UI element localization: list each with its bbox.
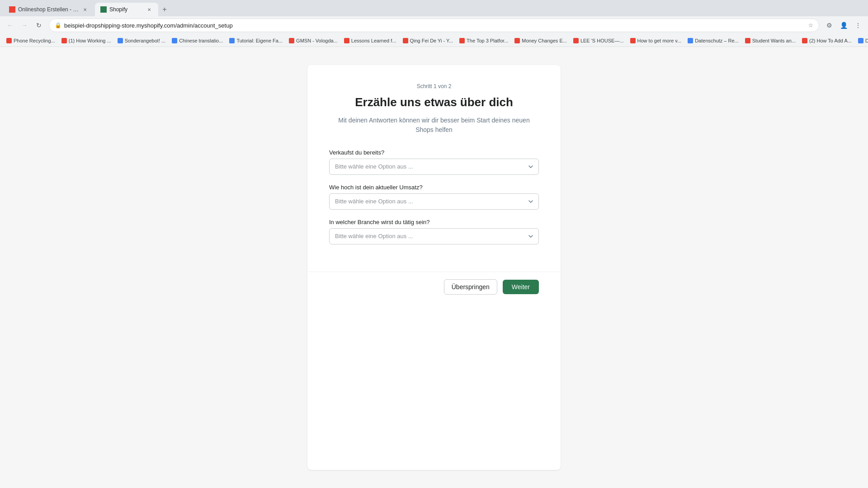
bookmark-favicon bbox=[61, 38, 67, 43]
label-selling: Verkaufst du bereits? bbox=[329, 149, 539, 156]
next-button[interactable]: Weiter bbox=[503, 280, 539, 294]
bookmark-favicon bbox=[802, 38, 807, 43]
form-group-selling: Verkaufst du bereits? Bitte wähle eine O… bbox=[329, 149, 539, 175]
bookmark-favicon bbox=[745, 38, 750, 43]
url-text: beispiel-dropshipping-store.myshopify.co… bbox=[64, 22, 806, 29]
new-tab-button[interactable]: + bbox=[159, 4, 170, 15]
bookmark-favicon bbox=[289, 38, 294, 43]
bookmark-item[interactable]: Datenschutz – Re... bbox=[685, 37, 741, 44]
extensions-button[interactable]: ⚙ bbox=[823, 19, 835, 32]
bookmark-favicon bbox=[229, 38, 235, 43]
bookmark-favicon bbox=[858, 38, 863, 43]
card-main: Schritt 1 von 2 Erzähle uns etwas über d… bbox=[307, 65, 561, 272]
bookmark-item[interactable]: Lessons Learned f... bbox=[341, 37, 399, 44]
bookmark-label: Sonderangebot! ... bbox=[125, 38, 166, 43]
account-button[interactable]: 👤 bbox=[837, 19, 850, 32]
bookmark-item[interactable]: How to get more v... bbox=[627, 37, 684, 44]
bookmark-item[interactable]: GMSN - Vologda... bbox=[286, 37, 340, 44]
bookmark-favicon bbox=[573, 38, 579, 43]
card-title: Erzähle uns etwas über dich bbox=[329, 95, 539, 110]
bookmark-favicon bbox=[6, 38, 12, 43]
bookmark-label: How to get more v... bbox=[637, 38, 682, 43]
bookmarks-bar: Phone Recycling...(1) How Working ...Son… bbox=[0, 34, 868, 47]
bookmark-label: The Top 3 Platfor... bbox=[467, 38, 508, 43]
bookmark-favicon bbox=[688, 38, 693, 43]
forward-button[interactable]: → bbox=[18, 19, 31, 32]
browser-icons: ⚙ 👤 ⋮ bbox=[823, 19, 864, 32]
bookmark-item[interactable]: Download - Cook... bbox=[855, 37, 868, 44]
tab-close-1[interactable]: ✕ bbox=[81, 6, 89, 13]
label-revenue: Wie hoch ist dein aktueller Umsatz? bbox=[329, 184, 539, 191]
bookmark-label: Money Changes E... bbox=[522, 38, 567, 43]
reload-button[interactable]: ↻ bbox=[33, 19, 45, 32]
card-footer: Überspringen Weiter bbox=[307, 272, 561, 302]
bookmark-label: Student Wants an... bbox=[752, 38, 796, 43]
bookmark-item[interactable]: (1) How Working ... bbox=[59, 37, 114, 44]
bookmark-label: Chinese translatio... bbox=[179, 38, 223, 43]
bookmark-label: (1) How Working ... bbox=[69, 38, 111, 43]
bookmark-item[interactable]: Phone Recycling... bbox=[4, 37, 58, 44]
bookmark-label: Tutorial: Eigene Fa... bbox=[236, 38, 283, 43]
bookmark-label: GMSN - Vologda... bbox=[296, 38, 338, 43]
form-group-industry: In welcher Branche wirst du tätig sein? … bbox=[329, 219, 539, 244]
select-industry[interactable]: Bitte wähle eine Option aus ... bbox=[329, 228, 539, 244]
bookmark-favicon bbox=[172, 38, 177, 43]
bookmark-item[interactable]: Chinese translatio... bbox=[169, 37, 226, 44]
bookmark-favicon bbox=[630, 38, 636, 43]
address-bar: ← → ↻ 🔒 beispiel-dropshipping-store.mysh… bbox=[0, 16, 868, 34]
url-bar[interactable]: 🔒 beispiel-dropshipping-store.myshopify.… bbox=[49, 19, 819, 32]
bookmark-favicon bbox=[514, 38, 520, 43]
back-button[interactable]: ← bbox=[4, 19, 16, 32]
page-content: Schritt 1 von 2 Erzähle uns etwas über d… bbox=[0, 47, 868, 488]
bookmark-label: Qing Fei De Yi - Y... bbox=[410, 38, 453, 43]
bookmark-favicon bbox=[403, 38, 408, 43]
tab-shopify[interactable]: Shopify ✕ bbox=[95, 3, 158, 16]
browser-chrome: Onlineshop Erstellen - Einfa... ✕ Shopif… bbox=[0, 0, 868, 47]
bookmark-item[interactable]: (2) How To Add A... bbox=[799, 37, 854, 44]
tab-close-2[interactable]: ✕ bbox=[146, 6, 153, 13]
select-selling[interactable]: Bitte wähle eine Option aus ... bbox=[329, 159, 539, 175]
tab-favicon-2 bbox=[100, 6, 107, 13]
bookmark-item[interactable]: The Top 3 Platfor... bbox=[457, 37, 511, 44]
bookmark-favicon bbox=[459, 38, 465, 43]
setup-card: Schritt 1 von 2 Erzähle uns etwas über d… bbox=[307, 65, 561, 470]
tab-bar: Onlineshop Erstellen - Einfa... ✕ Shopif… bbox=[0, 0, 868, 16]
step-indicator: Schritt 1 von 2 bbox=[329, 83, 539, 89]
bookmark-label: (2) How To Add A... bbox=[809, 38, 852, 43]
bookmark-item[interactable]: Student Wants an... bbox=[742, 37, 798, 44]
form-group-revenue: Wie hoch ist dein aktueller Umsatz? Bitt… bbox=[329, 184, 539, 210]
bookmark-favicon bbox=[344, 38, 349, 43]
bookmark-label: Download - Cook... bbox=[865, 38, 868, 43]
bookmark-favicon bbox=[118, 38, 123, 43]
bookmark-item[interactable]: LEE 'S HOUSE—... bbox=[571, 37, 627, 44]
lock-icon: 🔒 bbox=[55, 22, 61, 28]
bookmark-item[interactable]: Money Changes E... bbox=[512, 37, 570, 44]
star-icon: ☆ bbox=[808, 22, 813, 28]
tab-title-1: Onlineshop Erstellen - Einfa... bbox=[18, 6, 79, 13]
bookmark-item[interactable]: Tutorial: Eigene Fa... bbox=[226, 37, 285, 44]
tab-favicon-1 bbox=[9, 6, 15, 13]
bookmark-label: Lessons Learned f... bbox=[351, 38, 396, 43]
bookmark-item[interactable]: Sonderangebot! ... bbox=[115, 37, 169, 44]
select-revenue[interactable]: Bitte wähle eine Option aus ... bbox=[329, 193, 539, 210]
menu-button[interactable]: ⋮ bbox=[852, 19, 864, 32]
bookmark-item[interactable]: Qing Fei De Yi - Y... bbox=[400, 37, 456, 44]
tab-title-2: Shopify bbox=[109, 6, 143, 13]
nav-buttons: ← → ↻ bbox=[4, 19, 45, 32]
skip-button[interactable]: Überspringen bbox=[444, 279, 497, 295]
card-subtitle: Mit deinen Antworten können wir dir bess… bbox=[329, 116, 539, 135]
bookmark-label: LEE 'S HOUSE—... bbox=[580, 38, 624, 43]
label-industry: In welcher Branche wirst du tätig sein? bbox=[329, 219, 539, 225]
tab-onlineshop[interactable]: Onlineshop Erstellen - Einfa... ✕ bbox=[4, 3, 94, 16]
bookmark-label: Datenschutz – Re... bbox=[695, 38, 739, 43]
bookmark-label: Phone Recycling... bbox=[14, 38, 55, 43]
